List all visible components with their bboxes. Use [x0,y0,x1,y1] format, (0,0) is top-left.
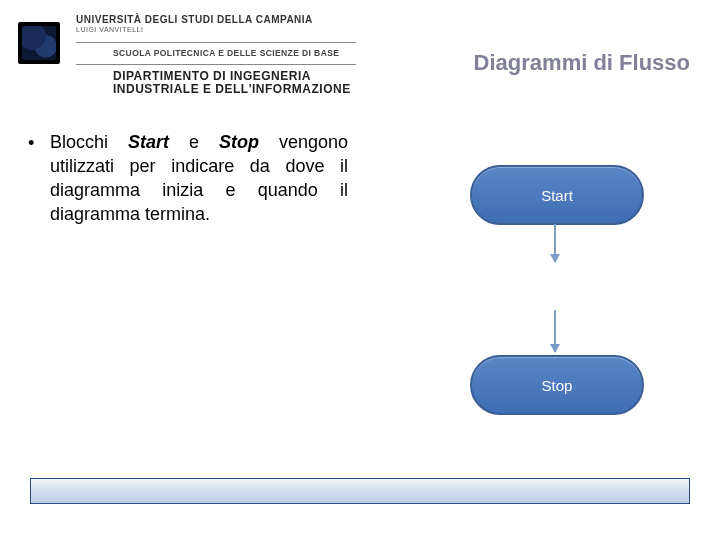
stop-terminator: Stop [470,355,644,415]
university-subtitle: LUIGI VANVITELLI [76,26,313,33]
divider [76,42,356,43]
footer-bar [30,478,690,504]
emphasis-stop: Stop [219,132,259,152]
flowchart-diagram: Start Stop [420,120,680,440]
slide-title: Diagrammi di Flusso [474,50,690,76]
bullet-marker: • [28,130,50,226]
stop-label: Stop [542,377,573,394]
department-line-2: INDUSTRIALE E DELL'INFORMAZIONE [113,82,351,96]
department-name: DIPARTIMENTO DI INGEGNERIA INDUSTRIALE E… [113,70,351,96]
university-name-block: UNIVERSITÀ DEGLI STUDI DELLA CAMPANIA LU… [76,14,313,33]
divider [76,64,356,65]
arrow-down-icon [554,224,556,262]
bullet-text: Blocchi Start e Stop vengono utilizzati … [50,130,348,226]
slide: UNIVERSITÀ DEGLI STUDI DELLA CAMPANIA LU… [0,0,720,540]
text-fragment: e [169,132,219,152]
university-logo [18,22,60,64]
university-name: UNIVERSITÀ DEGLI STUDI DELLA CAMPANIA [76,14,313,26]
bullet-item: • Blocchi Start e Stop vengono utilizzat… [28,130,348,226]
arrow-down-icon [554,310,556,352]
start-terminator: Start [470,165,644,225]
text-fragment: Blocchi [50,132,128,152]
body-text: • Blocchi Start e Stop vengono utilizzat… [28,130,348,226]
department-line-1: DIPARTIMENTO DI INGEGNERIA [113,69,311,83]
start-label: Start [541,187,573,204]
emphasis-start: Start [128,132,169,152]
school-name: SCUOLA POLITECNICA E DELLE SCIENZE DI BA… [113,48,339,58]
university-name-text: UNIVERSITÀ DEGLI STUDI DELLA CAMPANIA [76,14,313,25]
